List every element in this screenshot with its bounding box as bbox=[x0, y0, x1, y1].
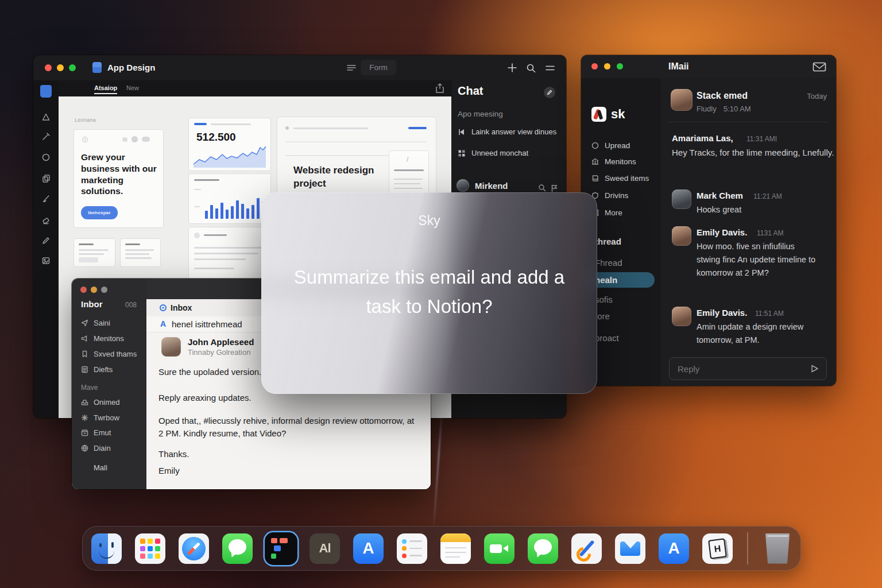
workspace-logo[interactable]: sk bbox=[591, 107, 625, 122]
form-tab[interactable]: Form bbox=[361, 60, 396, 75]
sidebar-item-sweed[interactable]: Sweed items bbox=[591, 174, 649, 183]
sidebar-item-upread[interactable]: Upread bbox=[591, 141, 630, 150]
dock-icon-app-store-2[interactable]: A bbox=[659, 533, 689, 564]
chat-item[interactable]: Unneed monchat bbox=[458, 149, 528, 157]
envelope-icon[interactable] bbox=[813, 62, 826, 72]
slack-mark-icon bbox=[591, 107, 606, 122]
zoom-button[interactable] bbox=[617, 63, 623, 69]
sidebar-item-drafts[interactable]: Diefts bbox=[81, 365, 113, 374]
sidebar-item-onimed[interactable]: Onimed bbox=[81, 398, 120, 407]
sidebar-item-menitons[interactable]: Menitons bbox=[591, 157, 636, 166]
zoom-button[interactable] bbox=[101, 287, 107, 293]
design-titlebar[interactable]: App Design Form bbox=[33, 55, 566, 80]
workspace-logo-text: sk bbox=[611, 107, 625, 122]
sidebar-item-saini[interactable]: Saini bbox=[81, 319, 110, 327]
thread-item[interactable]: thread bbox=[595, 237, 621, 246]
gear-icon bbox=[81, 136, 89, 144]
dock-icon-widgets[interactable] bbox=[266, 533, 296, 564]
dock-icon-facetime[interactable] bbox=[484, 533, 514, 564]
sidebar-item-diain[interactable]: Diain bbox=[81, 444, 111, 452]
mail-sender-row[interactable]: John Appleseed Tinnaby Golreation bbox=[161, 337, 254, 357]
slash-mark: / bbox=[407, 156, 408, 164]
metric-card[interactable]: 512.500 bbox=[188, 118, 271, 171]
sidebar-item-twrbow[interactable]: Twrbow bbox=[81, 413, 119, 422]
close-button[interactable] bbox=[45, 64, 52, 71]
reply-box[interactable] bbox=[669, 357, 827, 380]
dock-icon-mail[interactable] bbox=[615, 533, 645, 564]
bar-chart-card[interactable] bbox=[188, 173, 271, 224]
window-title: IMaii bbox=[668, 61, 689, 72]
send-icon bbox=[81, 319, 88, 327]
dock-icon-ai-editor[interactable]: Al bbox=[310, 533, 340, 564]
tab-atsaiop[interactable]: Atsaiop bbox=[94, 84, 117, 94]
chat-item[interactable]: Laink answer view dinues bbox=[458, 127, 556, 136]
sidebar-item-menitons[interactable]: Menitons bbox=[81, 334, 124, 343]
send-icon[interactable] bbox=[810, 364, 819, 373]
pages-icon[interactable] bbox=[40, 85, 52, 98]
minimize-button[interactable] bbox=[91, 287, 97, 293]
zoom-button[interactable] bbox=[69, 64, 76, 71]
minimize-button[interactable] bbox=[604, 63, 610, 69]
imail-titlebar[interactable]: IMaii bbox=[581, 55, 836, 79]
hero-card[interactable]: Grew your business with our marketing so… bbox=[74, 129, 164, 228]
dock-icon-safari[interactable] bbox=[179, 533, 209, 564]
message-sender: Emily Davis. bbox=[697, 308, 747, 318]
dock-icon-launchpad[interactable] bbox=[135, 533, 165, 564]
dock-icon-messages[interactable] bbox=[222, 533, 253, 564]
mini-card[interactable] bbox=[120, 238, 161, 267]
pen-tool-icon[interactable] bbox=[41, 132, 51, 141]
dock-icon-notes[interactable] bbox=[440, 533, 471, 564]
tab-new[interactable]: New bbox=[126, 84, 139, 91]
back-icon bbox=[458, 128, 466, 136]
search-icon[interactable] bbox=[538, 184, 546, 192]
dock-icon-books[interactable]: H bbox=[702, 533, 733, 564]
image-tool-icon[interactable] bbox=[41, 256, 51, 265]
sidebar-item-emut[interactable]: Emut bbox=[81, 428, 111, 437]
app-logo-icon bbox=[92, 62, 102, 73]
eraser-tool-icon[interactable] bbox=[41, 216, 51, 225]
thread-time: 5:10 AM bbox=[724, 105, 751, 113]
assistant-title: Sky bbox=[261, 213, 597, 229]
sidebar-item-drivins[interactable]: Drivins bbox=[591, 191, 628, 200]
dock-icon-design-tool[interactable] bbox=[571, 533, 602, 564]
message-sender: Mark Chem bbox=[697, 191, 743, 200]
add-icon[interactable] bbox=[507, 63, 517, 73]
search-icon[interactable] bbox=[526, 63, 536, 74]
thread-item[interactable]: sofis bbox=[595, 295, 613, 304]
mini-card[interactable] bbox=[74, 238, 115, 267]
bookmark-icon bbox=[81, 350, 88, 358]
thread-item[interactable]: proact bbox=[595, 333, 619, 343]
shape-tool-icon[interactable] bbox=[41, 153, 51, 162]
minimize-button[interactable] bbox=[57, 64, 64, 71]
reply-input[interactable] bbox=[670, 364, 810, 374]
flag-icon[interactable] bbox=[551, 184, 558, 192]
menu-icon[interactable] bbox=[546, 65, 555, 72]
sidebar-footer-label[interactable]: Mall bbox=[94, 463, 107, 472]
message-text: Amin update a design review tomorrow, at… bbox=[697, 320, 822, 347]
dock-icon-finder[interactable] bbox=[91, 533, 122, 564]
list-card[interactable] bbox=[188, 227, 271, 281]
close-button[interactable] bbox=[591, 63, 598, 69]
paragraph-icon[interactable] bbox=[346, 63, 357, 72]
book-icon bbox=[591, 175, 599, 182]
placeholder-line bbox=[194, 189, 201, 190]
share-icon[interactable] bbox=[435, 83, 445, 94]
assistant-overlay[interactable]: Sky Summarize this email and add a task … bbox=[261, 192, 597, 394]
thread-item[interactable]: Fhread bbox=[595, 258, 622, 268]
pencil-tool-icon[interactable] bbox=[41, 236, 51, 245]
placeholder-line bbox=[194, 253, 258, 254]
sidebar-item-saved[interactable]: Sxved thams bbox=[81, 350, 137, 358]
dock-icon-app-store[interactable]: A bbox=[353, 533, 384, 564]
dock-icon-reminders[interactable] bbox=[397, 533, 427, 564]
cursor-tool-icon[interactable] bbox=[41, 113, 51, 122]
compose-button[interactable] bbox=[544, 87, 555, 98]
dock-icon-trash[interactable] bbox=[763, 533, 793, 564]
circle-icon bbox=[591, 142, 599, 149]
dock-icon-messages-2[interactable] bbox=[528, 533, 558, 564]
chat-footer-user[interactable]: Mirkend bbox=[457, 179, 508, 192]
hero-cta-button[interactable]: Ibehespar bbox=[81, 206, 118, 219]
copy-tool-icon[interactable] bbox=[41, 174, 51, 183]
close-button[interactable] bbox=[80, 287, 87, 293]
brush-tool-icon[interactable] bbox=[41, 194, 51, 203]
project-title: Website redesign project bbox=[293, 164, 403, 191]
